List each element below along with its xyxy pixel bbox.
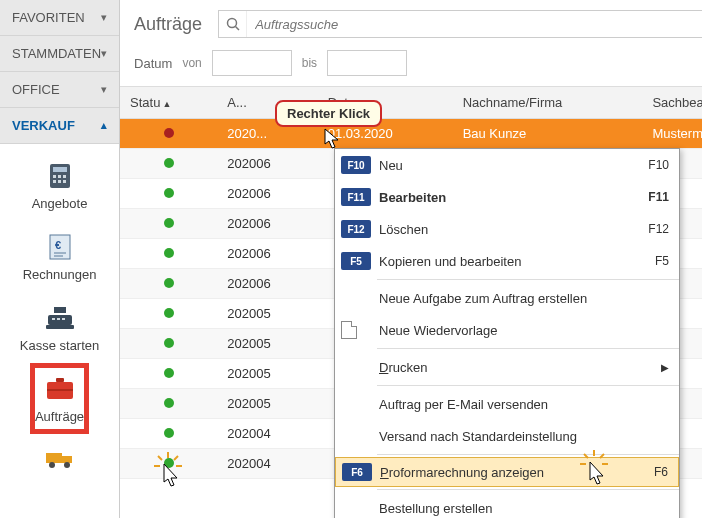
- search-icon: [219, 11, 247, 37]
- search-input[interactable]: [247, 17, 702, 32]
- shortcut-badge: F11: [341, 188, 371, 206]
- menu-item-label: Bearbeiten: [379, 190, 648, 205]
- svg-rect-1: [53, 167, 67, 172]
- table-cell: [120, 329, 217, 359]
- filter-von-label: von: [182, 56, 201, 70]
- shortcut-badge: F6: [342, 463, 372, 481]
- table-cell: 202004: [217, 419, 318, 449]
- menu-separator: [377, 348, 679, 349]
- table-cell: [120, 389, 217, 419]
- svg-rect-18: [56, 378, 64, 382]
- context-menu-item[interactable]: Neue Wiedervorlage: [335, 314, 679, 346]
- section-label: STAMMDATEN: [12, 46, 101, 61]
- svg-line-38: [158, 456, 162, 460]
- menu-item-label: Proformarechnung anzeigen: [380, 465, 654, 480]
- svg-point-25: [227, 19, 236, 28]
- shortcut-badge: F10: [341, 156, 371, 174]
- table-cell: [120, 299, 217, 329]
- sidebar-item-angebote[interactable]: Angebote: [0, 156, 119, 227]
- context-menu-item[interactable]: F5Kopieren und bearbeitenF5: [335, 245, 679, 277]
- column-header[interactable]: Statu▲: [120, 87, 217, 119]
- table-cell: 202006: [217, 149, 318, 179]
- column-header[interactable]: Sachbearbeiter/: [642, 87, 702, 119]
- svg-rect-16: [57, 318, 60, 320]
- context-menu-item[interactable]: F12LöschenF12: [335, 213, 679, 245]
- menu-item-shortcut: F12: [648, 222, 669, 236]
- section-label: FAVORITEN: [12, 10, 85, 25]
- svg-rect-5: [53, 180, 56, 183]
- menu-item-label: Löschen: [379, 222, 648, 237]
- sidebar-item-label: Kasse starten: [20, 338, 100, 353]
- sidebar-item-kasse[interactable]: Kasse starten: [0, 298, 119, 369]
- svg-rect-17: [62, 318, 65, 320]
- menu-item-label: Drucken: [379, 360, 661, 375]
- chevron-down-icon: ▾: [101, 11, 107, 24]
- sidebar-section-office[interactable]: OFFICE ▾: [0, 72, 119, 108]
- context-menu-item[interactable]: F6Proformarechnung anzeigenF6: [335, 457, 679, 487]
- menu-item-label: Neu: [379, 158, 648, 173]
- table-cell: 202005: [217, 389, 318, 419]
- calculator-icon: [42, 162, 78, 190]
- context-menu-item[interactable]: F10NeuF10: [335, 149, 679, 181]
- invoice-icon: €: [42, 233, 78, 261]
- chevron-up-icon: ▴: [101, 119, 107, 132]
- sidebar-item-label: Angebote: [32, 196, 88, 211]
- date-from-input[interactable]: [212, 50, 292, 76]
- column-header[interactable]: Nachname/Firma: [453, 87, 643, 119]
- filter-bar: Datum von bis J F M A M: [120, 44, 702, 86]
- menu-separator: [377, 489, 679, 490]
- search-box[interactable]: [218, 10, 702, 38]
- cash-register-icon: [42, 304, 78, 332]
- section-label: OFFICE: [12, 82, 60, 97]
- page-title: Aufträge: [134, 14, 202, 35]
- svg-line-43: [584, 454, 588, 458]
- cursor-icon: [324, 128, 342, 150]
- sidebar-item-label: Aufträge: [35, 409, 84, 424]
- svg-rect-6: [58, 180, 61, 183]
- svg-rect-22: [62, 456, 72, 463]
- table-row[interactable]: 2020...01.03.2020Bau KunzeMustermann, ..…: [120, 119, 702, 149]
- context-menu-item[interactable]: Versand nach Standardeinstellung: [335, 420, 679, 452]
- document-icon: [341, 321, 357, 339]
- svg-rect-3: [58, 175, 61, 178]
- svg-point-24: [64, 462, 70, 468]
- menu-item-label: Auftrag per E-Mail versenden: [379, 397, 669, 412]
- svg-text:€: €: [55, 239, 61, 251]
- table-cell: 202006: [217, 239, 318, 269]
- click-cursor-icon: [580, 450, 612, 486]
- submenu-arrow-icon: ▶: [661, 362, 669, 373]
- sidebar-section-verkauf[interactable]: VERKAUF ▴: [0, 108, 119, 144]
- menu-item-shortcut: F11: [648, 190, 669, 204]
- table-cell: Bau Kunze: [453, 119, 643, 149]
- context-menu-item[interactable]: Bestellung erstellen: [335, 492, 679, 518]
- table-cell: 202004: [217, 449, 318, 479]
- context-menu-item[interactable]: Drucken▶: [335, 351, 679, 383]
- context-menu-item[interactable]: Auftrag per E-Mail versenden: [335, 388, 679, 420]
- table-cell: [120, 119, 217, 149]
- table-cell: [120, 149, 217, 179]
- table-cell: 202006: [217, 209, 318, 239]
- sidebar-section-stammdaten[interactable]: STAMMDATEN ▾: [0, 36, 119, 72]
- svg-rect-4: [63, 175, 66, 178]
- sidebar-section-favoriten[interactable]: FAVORITEN ▾: [0, 0, 119, 36]
- table-cell: [120, 239, 217, 269]
- shortcut-badge: F12: [341, 220, 371, 238]
- context-menu-item[interactable]: F11BearbeitenF11: [335, 181, 679, 213]
- sidebar-item-auftraege[interactable]: Aufträge: [0, 369, 119, 440]
- svg-line-26: [235, 27, 239, 31]
- table-cell: [120, 269, 217, 299]
- sidebar-item-next[interactable]: [0, 440, 119, 474]
- sidebar-item-rechnungen[interactable]: € Rechnungen: [0, 227, 119, 298]
- menu-separator: [377, 454, 679, 455]
- tooltip-rechter-klick: Rechter Klick: [275, 100, 382, 127]
- menu-item-label: Neue Aufgabe zum Auftrag erstellen: [379, 291, 669, 306]
- table-cell: 202005: [217, 329, 318, 359]
- menu-item-label: Kopieren und bearbeiten: [379, 254, 655, 269]
- svg-point-23: [49, 462, 55, 468]
- date-to-input[interactable]: [327, 50, 407, 76]
- svg-line-39: [174, 456, 178, 460]
- table-cell: [120, 419, 217, 449]
- svg-line-44: [600, 454, 604, 458]
- section-label: VERKAUF: [12, 118, 75, 133]
- context-menu-item[interactable]: Neue Aufgabe zum Auftrag erstellen: [335, 282, 679, 314]
